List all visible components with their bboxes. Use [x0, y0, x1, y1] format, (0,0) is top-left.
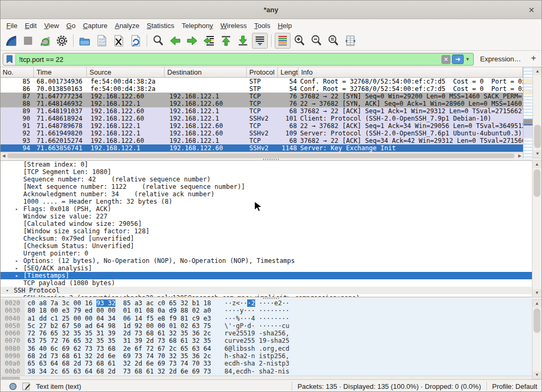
detail-row[interactable]: Sequence number: 42 (relative sequence n…: [1, 176, 532, 183]
profile-text[interactable]: Profile: Default: [492, 382, 537, 390]
scroll-down-icon[interactable]: ▼: [533, 150, 542, 158]
detail-row[interactable]: TCP payload (1080 bytes): [1, 279, 532, 287]
selected-bytes[interactable]: ·2: [247, 299, 255, 307]
start-capture-button[interactable]: [3, 33, 19, 49]
packet-row-90[interactable]: 9071.648618924192.168.122.60192.168.122.…: [1, 115, 523, 122]
packet-row-85[interactable]: 8568.001734936fe:54:00:d4:38:2aSTP54Conf…: [1, 78, 523, 85]
column-header-length[interactable]: Length: [278, 67, 299, 77]
restart-capture-button[interactable]: [37, 33, 53, 49]
packet-row-89[interactable]: 8971.648191037192.168.122.60192.168.122.…: [1, 107, 523, 115]
zoom-in-button[interactable]: [292, 33, 308, 49]
detail-row[interactable]: Acknowledgment number: 34 (relative ack …: [1, 190, 532, 198]
menu-analyze[interactable]: Analyze: [111, 21, 143, 31]
expander-closed-icon[interactable]: ▸: [15, 257, 18, 265]
bytes[interactable]: 72 76 65 32 35 35 31 39 2d 73 68 61 32 3…: [28, 330, 211, 337]
bytes[interactable]: curve255 19-sha25: [224, 337, 290, 344]
bytes[interactable]: 38 34 2c 65 63 64 68 2d 73 68 61 32 2d 6…: [28, 368, 211, 375]
hex-row-0050[interactable]: 00505c 27 b2 67 50 ad 64 98 1d 92 00 00 …: [1, 322, 532, 330]
packet-list-hscrollbar[interactable]: ◀ ▶: [1, 152, 523, 158]
menu-file[interactable]: File: [3, 21, 21, 31]
vscroll-thumb[interactable]: [534, 308, 540, 333]
hex-row-0060[interactable]: 006072 76 65 32 35 35 31 39 2d 73 68 61 …: [1, 330, 532, 337]
go-first-packet-button[interactable]: [218, 33, 234, 49]
menu-edit[interactable]: Edit: [21, 21, 40, 31]
bytes[interactable]: 36 40 6c 69 62 73 73 68 2e 6f 72 67 2c 6…: [28, 345, 211, 352]
expert-info-icon[interactable]: [9, 382, 17, 390]
menu-wireless[interactable]: Wireless: [217, 21, 251, 31]
column-header-source[interactable]: Source: [87, 67, 165, 77]
filter-text[interactable]: !tcp.port == 22: [16, 56, 441, 63]
close-window-icon[interactable]: ✕: [527, 5, 536, 15]
hex-row-0070[interactable]: 007063 75 72 76 65 32 35 35 31 39 2d 73 …: [1, 337, 532, 344]
column-header-destination[interactable]: Destination: [165, 67, 247, 77]
go-to-packet-button[interactable]: [201, 33, 217, 49]
bytes[interactable]: 6@libssh .org,ecd: [224, 345, 290, 352]
detail-row[interactable]: ▸[Timestamps]: [1, 272, 532, 279]
bytes[interactable]: ··z<··: [224, 299, 247, 307]
close-file-button[interactable]: [111, 33, 127, 49]
menu-go[interactable]: Go: [62, 21, 79, 31]
bytes[interactable]: rve25519 -sha256,: [224, 330, 290, 337]
packet-row-92[interactable]: 9271.661949820192.168.122.1192.168.122.6…: [1, 130, 523, 137]
bytes[interactable]: 84,ecdh- sha2-nis: [224, 368, 290, 375]
filter-dropdown-icon[interactable]: ▼: [465, 57, 472, 62]
filter-apply-icon[interactable]: ➜: [452, 54, 464, 64]
menu-telephony[interactable]: Telephony: [178, 21, 216, 31]
scroll-down-icon[interactable]: ▼: [532, 371, 541, 379]
selected-bytes[interactable]: 93 32: [96, 299, 115, 307]
detail-row[interactable]: Urgent pointer: 0: [1, 250, 532, 257]
zoom-out-button[interactable]: [309, 33, 324, 49]
bytes[interactable]: h-sha2-n istp256,: [224, 352, 290, 360]
hex-hscrollbar[interactable]: [1, 376, 532, 379]
detail-row[interactable]: [Stream index: 0]: [1, 161, 532, 168]
bytes[interactable]: ····e2··: [255, 299, 290, 307]
detail-row[interactable]: ▸Options: (12 bytes), No-Operation (NOP)…: [1, 257, 532, 265]
expander-closed-icon[interactable]: ▸: [15, 205, 18, 213]
detail-row[interactable]: [Checksum Status: Unverified]: [1, 242, 532, 250]
column-header-no[interactable]: No.: [1, 67, 34, 77]
hex-row-00b0[interactable]: 00b038 34 2c 65 63 64 68 2d 73 68 61 32 …: [1, 368, 532, 375]
detail-row[interactable]: ▸Flags: 0x018 (PSH, ACK): [1, 205, 532, 213]
colorize-packets-button[interactable]: [275, 33, 291, 49]
scroll-up-icon[interactable]: ▲: [533, 68, 542, 75]
hex-row-0040[interactable]: 0040a1 dd c1 25 00 00 04 34 06 14 f5 e8 …: [1, 315, 532, 322]
hscroll-thumb[interactable]: [7, 153, 514, 158]
detail-row[interactable]: Window size value: 227: [1, 213, 532, 220]
menu-statistics[interactable]: Statistics: [143, 21, 178, 31]
detail-row[interactable]: [Window size scaling factor: 128]: [1, 227, 532, 235]
zoom-original-button[interactable]: [326, 33, 341, 49]
bytes[interactable]: c0 a8 7a 3c 00 16: [28, 299, 96, 307]
hex-row-0020[interactable]: 0020c0 a8 7a 3c 00 16 93 32 85 a3 ac c0 …: [1, 299, 532, 307]
detail-row[interactable]: ▸[SEQ/ACK analysis]: [1, 265, 532, 272]
details-vscrollbar[interactable]: ▲ ▼: [532, 160, 542, 297]
go-last-packet-button[interactable]: [235, 33, 251, 49]
bytes[interactable]: 80 18 00 e3 79 ed 00 00 01 01 08 0a d9 8…: [28, 307, 211, 314]
scroll-down-icon[interactable]: ▼: [532, 289, 541, 297]
packet-minimap[interactable]: [523, 67, 532, 158]
open-file-button[interactable]: [77, 33, 93, 49]
bytes[interactable]: ····y··· ········: [224, 307, 290, 314]
expander-closed-icon[interactable]: ▸: [15, 272, 18, 279]
add-filter-button[interactable]: +: [531, 53, 536, 63]
scroll-up-icon[interactable]: ▲: [532, 300, 541, 307]
save-file-button[interactable]: 010101100113: [94, 33, 110, 49]
go-back-button[interactable]: [167, 33, 183, 49]
capture-options-button[interactable]: [54, 33, 70, 49]
go-forward-button[interactable]: [184, 33, 200, 49]
auto-scroll-button[interactable]: [252, 33, 268, 49]
expander-closed-icon[interactable]: ▸: [15, 265, 18, 272]
packet-row-86[interactable]: 8670.013850163fe:54:00:d4:38:2aSTP54Conf…: [1, 85, 523, 93]
stop-capture-button[interactable]: [20, 33, 36, 49]
bytes[interactable]: ···%···4 ········: [224, 315, 290, 322]
menu-capture[interactable]: Capture: [79, 21, 111, 31]
detail-row[interactable]: ▾SSH Protocol: [1, 287, 532, 294]
scroll-up-icon[interactable]: ▲: [532, 161, 541, 168]
detail-row[interactable]: [Calculated window size: 29056]: [1, 220, 532, 227]
bytes[interactable]: 85 a3 ac c0 65 32 b1 18: [115, 299, 211, 307]
packet-row-94[interactable]: 9471.663856741192.168.122.1192.168.122.6…: [1, 144, 523, 152]
vscroll-thumb[interactable]: [534, 169, 540, 197]
detail-row[interactable]: [TCP Segment Len: 1080]: [1, 168, 532, 176]
resize-columns-button[interactable]: [342, 33, 358, 49]
bytes[interactable]: 68 2d 73 68 61 32 2d 6e 69 73 74 70 32 3…: [28, 352, 211, 360]
detail-row[interactable]: Checksum: 0x79ed [unverified]: [1, 235, 532, 242]
